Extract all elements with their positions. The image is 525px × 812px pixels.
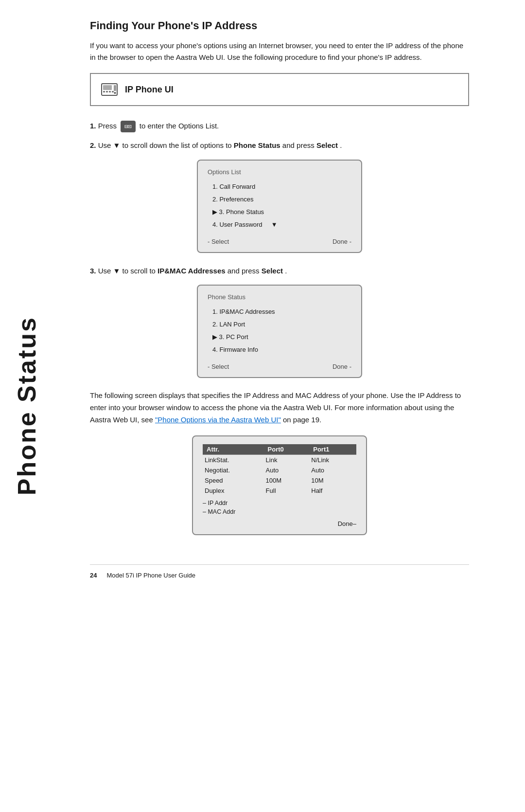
ip-mac-screen: Attr. Port0 Port1 LinkStat. Link N/Link … — [192, 435, 367, 535]
cell-speed-attr: Speed — [203, 475, 264, 486]
step3-number: 3. — [90, 267, 96, 275]
step3-bold2: Select — [262, 267, 283, 275]
following-text-suffix: on page 19. — [283, 415, 321, 424]
phone-status-screen-footer: - Select Done - — [208, 363, 351, 370]
options-screen-footer: - Select Done - — [208, 238, 351, 245]
options-list-screen: Options List 1. Call Forward 2. Preferen… — [197, 160, 362, 253]
list-item: 4. Firmware Info — [212, 343, 351, 356]
step2-text: Use ▼ to scroll down the list of options… — [98, 141, 234, 149]
step3-suffix: . — [285, 267, 287, 275]
options-button: ⊟⊡ — [121, 121, 135, 132]
list-item: 1. IP&MAC Addresses — [212, 306, 351, 318]
ip-mac-table: Attr. Port0 Port1 LinkStat. Link N/Link … — [203, 444, 356, 496]
table-row: LinkStat. Link N/Link — [203, 455, 356, 466]
table-header-port0: Port0 — [264, 444, 310, 455]
svg-rect-6 — [114, 85, 116, 91]
sidebar-text: Phone Status — [12, 316, 41, 495]
svg-rect-1 — [103, 85, 112, 90]
step1-number: 1. — [90, 122, 96, 130]
table-header-attr: Attr. — [203, 444, 264, 455]
options-list: 1. Call Forward 2. Preferences ▶ 3. Phon… — [212, 180, 351, 231]
step1-text: Press — [98, 122, 119, 130]
step2-suffix: . — [340, 141, 342, 149]
step-1: 1. Press ⊟⊡ to enter the Options List. — [90, 120, 469, 132]
cell-speed-port1: 10M — [309, 475, 356, 486]
footer-page-number: 24 — [90, 572, 97, 579]
phone-status-screen-container: Phone Status 1. IP&MAC Addresses 2. LAN … — [90, 285, 469, 378]
list-item: ▶ 3. PC Port — [212, 331, 351, 343]
footer-model-text: Model 57i IP Phone User Guide — [106, 572, 195, 579]
mac-addr-row: – MAC Addr — [203, 508, 356, 515]
list-item: 1. Call Forward — [212, 180, 351, 193]
list-item: 2. LAN Port — [212, 318, 351, 331]
phone-status-title: Phone Status — [208, 293, 351, 301]
phone-status-select-label: - Select — [208, 363, 229, 370]
phone-status-screen: Phone Status 1. IP&MAC Addresses 2. LAN … — [197, 285, 362, 378]
page-title: Finding Your Phone's IP Address — [90, 19, 469, 32]
svg-rect-5 — [112, 91, 114, 92]
svg-rect-4 — [109, 91, 111, 92]
step3-bold1: IP&MAC Addresses — [158, 267, 225, 275]
table-row: Duplex Full Half — [203, 486, 356, 496]
page-footer: 24 Model 57i IP Phone User Guide — [90, 564, 469, 579]
options-done-label: Done - — [332, 238, 351, 245]
table-header-port1: Port1 — [309, 444, 356, 455]
web-ui-link[interactable]: "Phone Options via the Aastra Web UI" — [155, 415, 281, 424]
cell-negotiat-attr: Negotiat. — [203, 465, 264, 475]
step2-middle: and press — [282, 141, 316, 149]
step2-bold1: Phone Status — [234, 141, 280, 149]
cell-linkstat-port0: Link — [264, 455, 310, 466]
options-select-label: - Select — [208, 238, 229, 245]
cell-negotiat-port0: Auto — [264, 465, 310, 475]
table-row: Speed 100M 10M — [203, 475, 356, 486]
phone-status-list: 1. IP&MAC Addresses 2. LAN Port ▶ 3. PC … — [212, 306, 351, 356]
step-2: 2. Use ▼ to scroll down the list of opti… — [90, 139, 469, 152]
step3-middle: and press — [228, 267, 262, 275]
cell-duplex-port1: Half — [309, 486, 356, 496]
table-row: Negotiat. Auto Auto — [203, 465, 356, 475]
ip-phone-ui-box: IP Phone UI — [90, 73, 469, 106]
list-item: 4. User Password ▼ — [212, 218, 351, 231]
cell-duplex-attr: Duplex — [203, 486, 264, 496]
svg-point-7 — [114, 92, 116, 94]
step2-number: 2. — [90, 141, 96, 149]
options-list-title: Options List — [208, 168, 351, 176]
ip-addr-row: – IP Addr — [203, 500, 356, 506]
following-paragraph: The following screen displays that speci… — [90, 390, 469, 426]
ip-phone-label: IP Phone UI — [125, 85, 174, 95]
svg-rect-3 — [106, 91, 108, 92]
step2-bold2: Select — [316, 141, 338, 149]
step3-text: Use ▼ to scroll to — [98, 267, 158, 275]
svg-rect-2 — [103, 91, 105, 92]
step-3: 3. Use ▼ to scroll to IP&MAC Addresses a… — [90, 265, 469, 277]
cell-negotiat-port1: Auto — [309, 465, 356, 475]
intro-paragraph: If you want to access your phone's optio… — [90, 40, 469, 63]
ip-mac-done-label: Done– — [203, 520, 356, 527]
list-item: ▶ 3. Phone Status — [212, 206, 351, 218]
step1-suffix: to enter the Options List. — [140, 122, 219, 130]
cell-linkstat-port1: N/Link — [309, 455, 356, 466]
ip-mac-screen-container: Attr. Port0 Port1 LinkStat. Link N/Link … — [90, 435, 469, 535]
options-list-screen-container: Options List 1. Call Forward 2. Preferen… — [90, 160, 469, 253]
phone-icon — [101, 81, 118, 98]
sidebar-label: Phone Status — [0, 0, 53, 812]
cell-speed-port0: 100M — [264, 475, 310, 486]
list-item: 2. Preferences — [212, 193, 351, 206]
cell-duplex-port0: Full — [264, 486, 310, 496]
phone-status-done-label: Done - — [332, 363, 351, 370]
cell-linkstat-attr: LinkStat. — [203, 455, 264, 466]
